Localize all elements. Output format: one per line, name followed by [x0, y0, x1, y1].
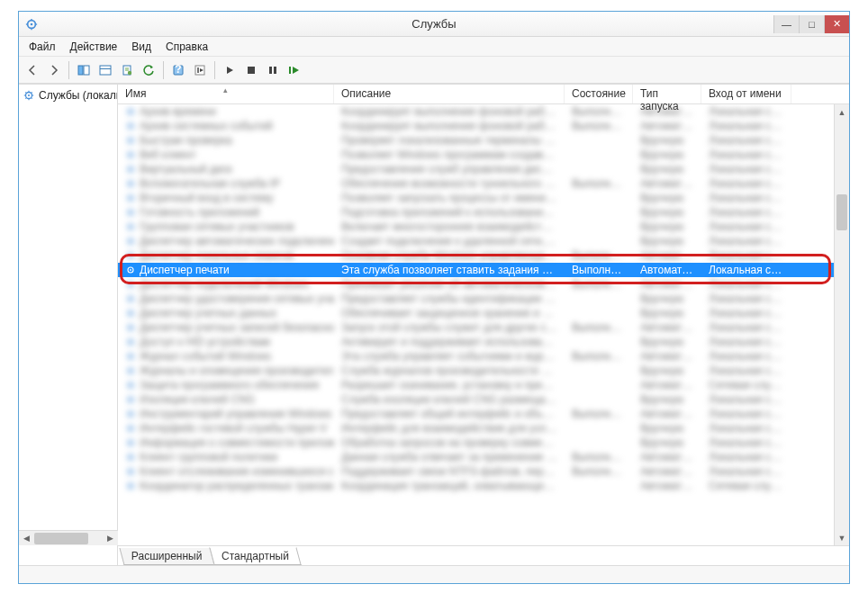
scroll-thumb[interactable] — [836, 194, 847, 230]
tab-standard[interactable]: Стандартный — [209, 547, 301, 565]
tree-root[interactable]: Службы (локальные) — [21, 88, 115, 103]
restart-button[interactable] — [285, 60, 304, 80]
svg-line-27 — [25, 97, 26, 98]
properties-button[interactable] — [95, 60, 115, 80]
service-row[interactable]: Диспетчер учетных записей безопасностиЗа… — [118, 320, 849, 335]
gear-icon — [125, 409, 136, 419]
play-button[interactable] — [220, 60, 240, 80]
service-row[interactable]: Архив времениКоординирует выполнение фон… — [118, 104, 849, 119]
col-name[interactable]: Имя — [118, 85, 334, 103]
start-service-button[interactable] — [190, 60, 210, 80]
gear-icon — [125, 337, 136, 347]
tree-root-label: Службы (локальные) — [39, 89, 118, 102]
tree-pane: Службы (локальные) — [19, 85, 118, 565]
menu-help[interactable]: Справка — [159, 39, 214, 55]
gear-icon — [125, 293, 136, 304]
svg-point-68 — [130, 384, 131, 386]
col-startup[interactable]: Тип запуска — [633, 85, 701, 103]
svg-text:?: ? — [175, 64, 181, 76]
minimize-button[interactable]: — — [773, 15, 799, 33]
gear-icon — [125, 437, 136, 448]
service-row[interactable]: Журнал событий WindowsЭта служба управля… — [118, 349, 849, 364]
window-controls: — □ ✕ — [773, 15, 849, 33]
svg-point-46 — [130, 226, 131, 228]
separator — [68, 61, 69, 79]
maximize-button[interactable]: □ — [799, 15, 824, 33]
svg-rect-16 — [269, 67, 272, 74]
stop-button[interactable] — [241, 60, 261, 80]
services-icon — [23, 89, 35, 102]
svg-point-48 — [130, 240, 131, 242]
gear-icon — [125, 322, 136, 333]
statusbar — [19, 565, 849, 583]
app-icon — [24, 17, 39, 31]
service-row-selected[interactable]: Диспетчер печатиЭта служба позволяет ста… — [118, 263, 849, 277]
help-button[interactable]: ? — [168, 60, 188, 80]
svg-point-50 — [130, 255, 131, 256]
close-button[interactable]: ✕ — [824, 15, 849, 33]
menu-file[interactable]: Файл — [23, 39, 62, 55]
hscroll-thumb[interactable] — [34, 533, 88, 544]
svg-point-72 — [130, 413, 131, 415]
service-row[interactable]: Инструментарий управления WindowsПредост… — [118, 407, 849, 421]
scroll-left-arrow[interactable]: ◀ — [19, 531, 34, 546]
tab-extended[interactable]: Расширенный — [119, 548, 214, 565]
pause-button[interactable] — [263, 60, 283, 80]
service-row[interactable]: Защита программного обеспеченияРазрешает… — [118, 378, 849, 392]
service-row[interactable]: Диспетчер автоматических подключений уд.… — [118, 234, 849, 248]
service-row[interactable]: Быстрая проверкаПроверяет локализованные… — [118, 133, 849, 148]
scroll-right-arrow[interactable]: ▶ — [103, 531, 118, 546]
service-row[interactable]: Групповая сетевых участниковВключает мно… — [118, 220, 849, 234]
gear-icon — [125, 207, 136, 218]
col-description[interactable]: Описание — [334, 85, 565, 103]
toolbar: ? — [19, 57, 849, 84]
svg-rect-15 — [248, 67, 255, 74]
gear-icon — [125, 265, 136, 275]
menu-action[interactable]: Действие — [64, 39, 124, 55]
menu-view[interactable]: Вид — [125, 39, 158, 55]
menubar: Файл Действие Вид Справка — [19, 37, 849, 57]
col-logon[interactable]: Вход от имени — [701, 85, 791, 103]
col-status[interactable]: Состояние — [565, 85, 633, 103]
service-row[interactable]: Веб клиентПозволяет Windows программам с… — [118, 148, 849, 162]
service-row[interactable]: Интерфейс гостевой службы Hyper-VИнтерфе… — [118, 421, 849, 436]
service-row[interactable]: Доступ к HID устройствамАктивирует и под… — [118, 335, 849, 349]
svg-line-25 — [25, 92, 26, 93]
service-row[interactable]: Координатор распределенных транзакцийКоо… — [118, 479, 849, 493]
separator — [214, 61, 215, 79]
column-headers: Имя Описание Состояние Тип запуска Вход … — [118, 85, 849, 104]
gear-icon — [125, 135, 136, 146]
refresh-button[interactable] — [139, 60, 158, 80]
forward-button[interactable] — [44, 60, 64, 80]
service-row[interactable]: Информация о совместимости приложенийОбр… — [118, 436, 849, 450]
gear-icon — [125, 149, 136, 160]
service-row[interactable]: Виртуальный дискПредоставление служб упр… — [118, 162, 849, 176]
service-row[interactable]: Клиент групповой политикиДанная служба о… — [118, 450, 849, 464]
vertical-scrollbar[interactable]: ▲ ▼ — [834, 104, 849, 545]
svg-point-74 — [130, 427, 131, 429]
service-row[interactable]: Клиент отслеживания изменившихся связейП… — [118, 464, 849, 479]
service-row[interactable]: Диспетчер подключений WindowsПринимает р… — [118, 277, 849, 292]
svg-point-20 — [28, 94, 30, 96]
svg-point-30 — [130, 111, 131, 112]
service-row[interactable]: Изоляция ключей CNGСлужба изоляции ключе… — [118, 392, 849, 407]
service-row[interactable]: Диспетчер удостоверения сетевых участник… — [118, 292, 849, 306]
service-row[interactable]: Журналы и оповещения производительностиС… — [118, 364, 849, 378]
export-button[interactable] — [117, 60, 137, 80]
svg-rect-6 — [78, 66, 83, 75]
service-list[interactable]: Архив времениКоординирует выполнение фон… — [118, 104, 849, 545]
service-row[interactable]: Диспетчер локальных сеансовОсновная служ… — [118, 248, 849, 263]
service-row[interactable]: Архив системных событийКоординирует выпо… — [118, 119, 849, 133]
svg-point-76 — [130, 442, 131, 444]
service-row[interactable]: Диспетчер учетных данныхОбеспечивает защ… — [118, 306, 849, 320]
service-row[interactable]: Готовность приложенийПодготовка приложен… — [118, 205, 849, 220]
service-row[interactable]: Вспомогательная служба IPОбеспечение воз… — [118, 176, 849, 191]
show-hide-tree-button[interactable] — [74, 60, 94, 80]
svg-point-44 — [130, 211, 131, 213]
scroll-up-arrow[interactable]: ▲ — [835, 104, 849, 120]
horizontal-scrollbar-tree[interactable]: ◀ ▶ — [19, 530, 118, 545]
scroll-down-arrow[interactable]: ▼ — [835, 530, 849, 545]
titlebar[interactable]: Службы — □ ✕ — [19, 12, 849, 37]
service-row[interactable]: Вторичный вход в системуПозволяет запуск… — [118, 191, 849, 205]
back-button[interactable] — [23, 60, 42, 80]
